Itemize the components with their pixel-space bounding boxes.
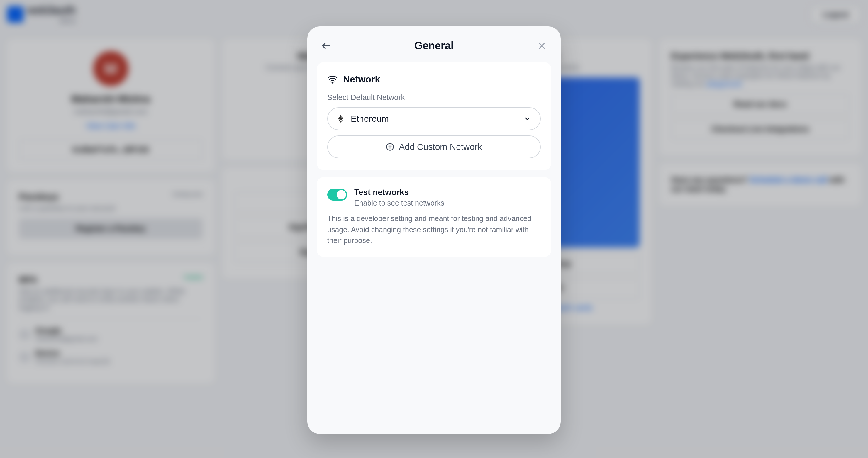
test-networks-toggle[interactable] [327,189,347,201]
network-section-title: Network [343,74,380,85]
add-custom-network-button[interactable]: Add Custom Network [327,135,541,158]
close-button[interactable] [535,39,549,53]
add-custom-network-label: Add Custom Network [399,142,482,152]
test-networks-section: Test networks Enable to see test network… [317,177,551,257]
modal-overlay: General Network Select Default Network [0,0,868,458]
ethereum-icon [337,114,344,123]
test-networks-title: Test networks [354,188,444,197]
selected-network-value: Ethereum [351,114,389,124]
test-networks-subtitle: Enable to see test networks [354,199,444,207]
network-select[interactable]: Ethereum [327,107,541,130]
arrow-left-icon [321,40,331,51]
general-settings-modal: General Network Select Default Network [307,26,561,434]
network-section: Network Select Default Network Ethereum [317,62,551,170]
plus-circle-icon [386,143,394,151]
back-button[interactable] [319,39,333,53]
wifi-icon [327,74,338,85]
svg-point-3 [332,82,333,83]
select-default-network-label: Select Default Network [327,93,541,102]
test-networks-description: This is a developer setting and meant fo… [327,213,541,246]
close-icon [537,41,547,51]
modal-title: General [414,39,454,52]
chevron-down-icon [524,115,531,122]
